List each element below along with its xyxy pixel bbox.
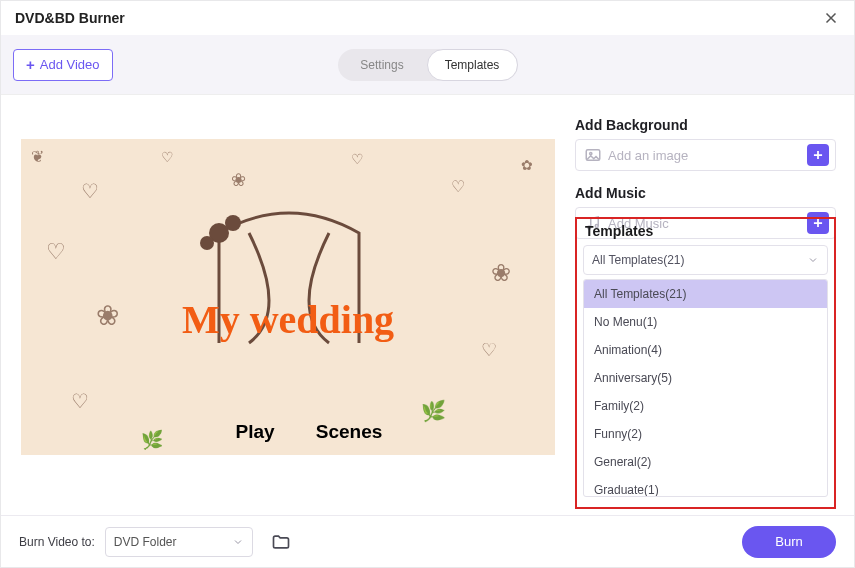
burn-video-to-value: DVD Folder xyxy=(114,535,177,549)
titlebar: DVD&BD Burner xyxy=(1,1,854,35)
templates-option[interactable]: Funny(2) xyxy=(584,420,827,448)
add-video-label: Add Video xyxy=(40,57,100,72)
heart-icon: ♡ xyxy=(81,179,99,203)
toolbar: + Add Video Settings Templates xyxy=(1,35,854,95)
templates-option[interactable]: All Templates(21) xyxy=(584,280,827,308)
heart-icon: ♡ xyxy=(451,177,465,196)
menu-play-button[interactable]: Play xyxy=(235,421,274,443)
menu-title: My wedding xyxy=(182,296,394,343)
add-video-button[interactable]: + Add Video xyxy=(13,49,113,81)
svg-point-1 xyxy=(225,215,241,231)
heart-icon: ❦ xyxy=(31,147,44,166)
leaf-icon: 🌿 xyxy=(421,399,446,423)
flower-icon: ❀ xyxy=(491,259,511,287)
heart-icon: ♡ xyxy=(351,151,364,167)
view-segment: Settings Templates xyxy=(338,49,518,81)
content-area: ❦ ♡ ♡ ❀ ♡ ♡ ✿ ♡ ❀ ❀ ♡ 🌿 ♡ 🌿 xyxy=(1,95,854,515)
bottom-bar: Burn Video to: DVD Folder Burn xyxy=(1,515,854,567)
templates-option[interactable]: Animation(4) xyxy=(584,336,827,364)
burn-video-to-label: Burn Video to: xyxy=(19,535,95,549)
templates-select-value: All Templates(21) xyxy=(592,253,684,267)
image-icon xyxy=(584,146,602,164)
svg-point-2 xyxy=(200,236,214,250)
add-background-placeholder: Add an image xyxy=(602,148,807,163)
app-window: DVD&BD Burner + Add Video Settings Templ… xyxy=(0,0,855,568)
templates-heading: Templates xyxy=(585,223,828,239)
add-background-field[interactable]: Add an image xyxy=(575,139,836,171)
plus-icon: + xyxy=(26,56,35,73)
flower-icon: ✿ xyxy=(521,157,533,173)
menu-scenes-button[interactable]: Scenes xyxy=(316,421,383,443)
add-music-heading: Add Music xyxy=(575,185,836,201)
add-background-button[interactable] xyxy=(807,144,829,166)
heart-icon: ♡ xyxy=(46,239,66,265)
svg-point-4 xyxy=(590,152,592,154)
burn-video-to-select[interactable]: DVD Folder xyxy=(105,527,253,557)
flower-icon: ❀ xyxy=(96,299,119,332)
templates-option[interactable]: No Menu(1) xyxy=(584,308,827,336)
tab-settings[interactable]: Settings xyxy=(338,49,427,81)
heart-icon: ♡ xyxy=(71,389,89,413)
chevron-down-icon xyxy=(232,536,244,548)
templates-select[interactable]: All Templates(21) xyxy=(583,245,828,275)
templates-option[interactable]: General(2) xyxy=(584,448,827,476)
close-icon[interactable] xyxy=(822,9,840,27)
templates-option[interactable]: Family(2) xyxy=(584,392,827,420)
tab-templates[interactable]: Templates xyxy=(427,49,518,81)
templates-dropdown-list: All Templates(21) No Menu(1) Animation(4… xyxy=(583,279,828,497)
templates-option[interactable]: Graduate(1) xyxy=(584,476,827,497)
heart-icon: ♡ xyxy=(161,149,174,165)
burn-button[interactable]: Burn xyxy=(742,526,836,558)
add-background-heading: Add Background xyxy=(575,117,836,133)
chevron-down-icon xyxy=(807,254,819,266)
heart-icon: ♡ xyxy=(481,339,497,361)
flower-icon: ❀ xyxy=(231,169,246,191)
templates-option[interactable]: Anniversary(5) xyxy=(584,364,827,392)
window-title: DVD&BD Burner xyxy=(15,10,125,26)
dvd-menu-preview: ❦ ♡ ♡ ❀ ♡ ♡ ✿ ♡ ❀ ❀ ♡ 🌿 ♡ 🌿 xyxy=(21,139,555,455)
leaf-icon: 🌿 xyxy=(141,429,163,451)
output-folder-button[interactable] xyxy=(267,528,295,556)
folder-icon xyxy=(271,532,291,552)
side-panel: Add Background Add an image Add Music Ad… xyxy=(575,95,854,515)
preview-pane: ❦ ♡ ♡ ❀ ♡ ♡ ✿ ♡ ❀ ❀ ♡ 🌿 ♡ 🌿 xyxy=(1,95,575,515)
templates-highlight-box: Templates All Templates(21) All Template… xyxy=(575,217,836,509)
